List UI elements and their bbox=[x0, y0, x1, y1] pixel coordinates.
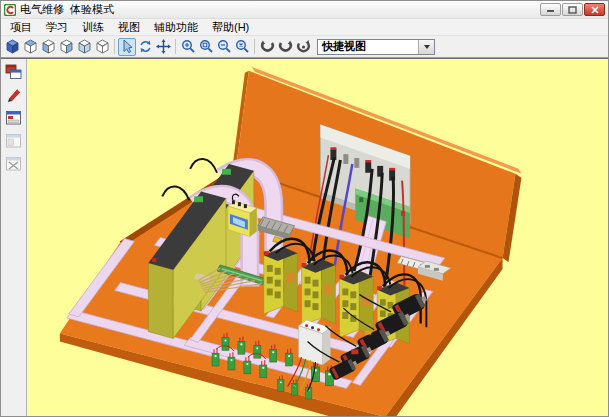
viewport-3d[interactable] bbox=[27, 59, 608, 416]
maximize-icon bbox=[568, 6, 577, 14]
zoom-out-button[interactable] bbox=[215, 38, 233, 56]
window-disabled-icon bbox=[5, 133, 22, 149]
menu-aux-functions[interactable]: 辅助功能 bbox=[147, 19, 205, 36]
quick-view-value: 快捷视图 bbox=[318, 39, 418, 54]
panel-window-icon bbox=[5, 110, 22, 126]
menu-project[interactable]: 项目 bbox=[3, 19, 39, 36]
select-button[interactable] bbox=[118, 38, 136, 56]
orbit-y-icon bbox=[278, 39, 293, 54]
menu-study[interactable]: 学习 bbox=[39, 19, 75, 36]
zoom-reset-icon bbox=[235, 39, 250, 54]
quick-view-dropdown-button[interactable] bbox=[418, 40, 434, 54]
scene-3d[interactable] bbox=[27, 59, 608, 416]
motor-connector-red[interactable] bbox=[351, 349, 358, 354]
window-controls bbox=[540, 3, 605, 16]
main-area bbox=[1, 58, 608, 416]
minimize-icon bbox=[546, 6, 555, 13]
view-iso-icon bbox=[5, 39, 20, 54]
orbit-x-icon bbox=[260, 39, 275, 54]
pan-view-button[interactable] bbox=[154, 38, 172, 56]
close-icon bbox=[591, 6, 599, 14]
left-toolbox bbox=[1, 59, 27, 416]
view-front-icon bbox=[41, 39, 56, 54]
toolbar-separator bbox=[254, 39, 255, 54]
view-top-icon bbox=[23, 39, 38, 54]
draw-wire-button[interactable] bbox=[4, 85, 24, 104]
view-right-button[interactable] bbox=[57, 38, 75, 56]
app-window: 电气维修 体验模式 项目 学习 训练 视图 辅助功能 帮助(H) bbox=[0, 0, 609, 417]
toolbar: 快捷视图 bbox=[1, 36, 608, 58]
select-cursor-icon bbox=[120, 39, 135, 54]
zoom-window-button[interactable] bbox=[197, 38, 215, 56]
pan-icon bbox=[156, 39, 171, 54]
view-front-button[interactable] bbox=[39, 38, 57, 56]
app-logo-icon bbox=[4, 4, 16, 16]
toolbar-separator bbox=[175, 39, 176, 54]
window-tool-button-disabled bbox=[4, 131, 24, 150]
zoom-out-icon bbox=[217, 39, 232, 54]
toolbar-separator bbox=[114, 39, 115, 54]
component-panel-button[interactable] bbox=[4, 108, 24, 127]
minimize-button[interactable] bbox=[540, 3, 561, 16]
view-right-icon bbox=[59, 39, 74, 54]
rotate-view-button[interactable] bbox=[136, 38, 154, 56]
orbit-y-button[interactable] bbox=[276, 38, 294, 56]
cascade-windows-button[interactable] bbox=[4, 62, 24, 81]
menu-training[interactable]: 训练 bbox=[75, 19, 111, 36]
menu-help[interactable]: 帮助(H) bbox=[205, 19, 256, 36]
quick-view-combobox[interactable]: 快捷视图 bbox=[317, 39, 435, 55]
window-title: 电气维修 体验模式 bbox=[20, 2, 114, 17]
chevron-down-icon bbox=[424, 45, 430, 49]
zoom-in-button[interactable] bbox=[179, 38, 197, 56]
zoom-window-icon bbox=[199, 39, 214, 54]
zoom-reset-button[interactable] bbox=[233, 38, 251, 56]
view-wireframe-icon bbox=[95, 39, 110, 54]
orbit-z-button[interactable] bbox=[294, 38, 312, 56]
close-button[interactable] bbox=[584, 3, 605, 16]
menu-bar: 项目 学习 训练 视图 辅助功能 帮助(H) bbox=[1, 19, 608, 36]
menu-view[interactable]: 视图 bbox=[111, 19, 147, 36]
view-back-icon bbox=[77, 39, 92, 54]
title-bar: 电气维修 体验模式 bbox=[1, 1, 608, 19]
window-close-disabled-icon bbox=[5, 156, 22, 172]
maximize-button[interactable] bbox=[562, 3, 583, 16]
rotate-icon bbox=[138, 39, 153, 54]
windows-cascade-icon bbox=[5, 64, 22, 80]
pencil-icon bbox=[5, 87, 22, 103]
motor-connector-yellow[interactable] bbox=[365, 331, 371, 335]
view-wireframe-button[interactable] bbox=[93, 38, 111, 56]
orbit-z-icon bbox=[296, 39, 311, 54]
view-iso-button[interactable] bbox=[3, 38, 21, 56]
zoom-in-icon bbox=[181, 39, 196, 54]
view-top-button[interactable] bbox=[21, 38, 39, 56]
orbit-x-button[interactable] bbox=[258, 38, 276, 56]
view-back-button[interactable] bbox=[75, 38, 93, 56]
close-view-button-disabled bbox=[4, 154, 24, 173]
